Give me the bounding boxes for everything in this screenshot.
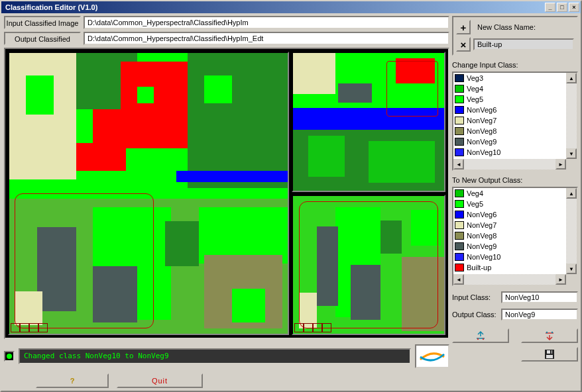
class-swatch xyxy=(455,85,464,93)
class-name: NonVeg6 xyxy=(467,106,496,114)
overview-map xyxy=(293,53,444,191)
maximize-button[interactable]: □ xyxy=(557,3,567,12)
scroll-right-icon[interactable]: ► xyxy=(555,159,566,170)
class-item[interactable]: Veg3 xyxy=(453,73,566,83)
class-name: Built-up xyxy=(467,264,491,271)
class-name: NonVeg7 xyxy=(467,221,496,229)
class-swatch xyxy=(455,117,464,124)
class-swatch xyxy=(455,211,464,219)
class-item[interactable]: NonVeg6 xyxy=(453,105,566,115)
detail-view[interactable] xyxy=(292,195,445,335)
class-swatch xyxy=(455,200,464,208)
class-item[interactable]: NonVeg9 xyxy=(453,241,566,252)
input-list-vscroll[interactable]: ▲▼ xyxy=(566,73,577,159)
class-swatch xyxy=(455,232,464,240)
class-name: NonVeg8 xyxy=(467,232,496,240)
class-swatch xyxy=(455,106,464,114)
main-view[interactable] xyxy=(8,52,289,335)
class-item[interactable]: NonVeg10 xyxy=(453,252,566,262)
close-button[interactable]: × xyxy=(569,3,579,12)
minimize-button[interactable]: _ xyxy=(545,3,555,12)
change-input-class-label: Change Input Class: xyxy=(452,61,578,69)
input-class-list[interactable]: Veg3Veg4Veg5NonVeg6NonVeg7NonVeg8NonVeg9… xyxy=(452,72,578,171)
output-class-label: Output Class: xyxy=(452,311,497,318)
class-item[interactable]: NonVeg8 xyxy=(453,126,566,136)
class-name: NonVeg10 xyxy=(467,148,500,156)
nav-grid-detail[interactable] xyxy=(294,323,331,332)
svg-rect-7 xyxy=(546,355,553,358)
scroll-down-icon[interactable]: ▼ xyxy=(566,264,577,274)
undo-icon xyxy=(544,331,555,340)
new-class-input[interactable]: Built-up xyxy=(473,38,574,50)
class-item[interactable]: NonVeg9 xyxy=(453,136,566,147)
input-list-hscroll[interactable]: ◄► xyxy=(453,159,566,170)
help-icon: ? xyxy=(70,377,75,385)
scroll-down-icon[interactable]: ▼ xyxy=(566,148,577,159)
save-button[interactable] xyxy=(521,347,578,362)
scroll-left-icon[interactable]: ◄ xyxy=(453,274,464,285)
input-image-path[interactable]: D:\data\Common_Hyperspectral\Classified\… xyxy=(84,16,449,29)
class-name: Veg4 xyxy=(467,85,483,93)
class-name: NonVeg9 xyxy=(467,242,496,250)
class-swatch xyxy=(455,242,464,250)
class-name: Veg5 xyxy=(467,200,483,208)
output-class-field[interactable]: NonVeg9 xyxy=(501,309,578,320)
scroll-up-icon[interactable]: ▲ xyxy=(566,73,577,83)
main-classified-map xyxy=(9,53,288,334)
scroll-left-icon[interactable]: ◄ xyxy=(453,159,464,170)
svg-point-2 xyxy=(546,332,548,333)
class-swatch xyxy=(455,264,464,271)
apply-button[interactable] xyxy=(452,328,509,343)
class-name: NonVeg9 xyxy=(467,138,496,146)
class-item[interactable]: Veg5 xyxy=(453,199,566,209)
output-image-path[interactable]: D:\data\Common_Hyperspectral\Classified\… xyxy=(84,32,449,45)
svg-point-0 xyxy=(477,338,479,340)
class-item[interactable]: NonVeg8 xyxy=(453,230,566,241)
quit-button[interactable]: Quit xyxy=(117,373,203,388)
class-name: NonVeg7 xyxy=(467,117,496,124)
new-class-label: New Class Name: xyxy=(473,23,574,31)
add-class-button[interactable]: + xyxy=(456,20,471,34)
class-name: NonVeg8 xyxy=(467,127,496,135)
svg-point-1 xyxy=(483,338,484,340)
input-class-label: Input Class: xyxy=(452,293,497,301)
class-item[interactable]: NonVeg6 xyxy=(453,209,566,220)
class-item[interactable]: NonVeg7 xyxy=(453,220,566,230)
new-class-panel: + New Class Name: × Built-up xyxy=(452,16,578,56)
apply-icon xyxy=(475,331,486,340)
output-class-list[interactable]: Veg4Veg5NonVeg6NonVeg7NonVeg8NonVeg9NonV… xyxy=(452,187,578,286)
class-item[interactable]: Built-up xyxy=(453,262,566,273)
svg-rect-6 xyxy=(550,350,552,354)
undo-button[interactable] xyxy=(521,328,578,343)
scroll-up-icon[interactable]: ▲ xyxy=(566,188,577,199)
help-button[interactable]: ? xyxy=(36,373,109,388)
window-title: Classification Editor (V1.0) xyxy=(3,3,544,11)
floppy-icon xyxy=(544,349,555,360)
class-item[interactable]: NonVeg7 xyxy=(453,115,566,126)
app-window: Classification Editor (V1.0) _ □ × Input… xyxy=(0,0,582,392)
output-image-label: Output Classified Image xyxy=(4,32,81,45)
detail-map xyxy=(293,196,444,334)
class-swatch xyxy=(455,148,464,156)
output-list-hscroll[interactable]: ◄► xyxy=(453,274,566,285)
remove-class-button[interactable]: × xyxy=(456,37,471,52)
class-name: Veg3 xyxy=(467,74,483,82)
status-message: Changed class NonVeg10 to NonVeg9 xyxy=(19,348,411,364)
overview-view[interactable] xyxy=(292,52,445,192)
class-item[interactable]: Veg5 xyxy=(453,94,566,105)
class-item[interactable]: Veg4 xyxy=(453,188,566,199)
class-name: NonVeg6 xyxy=(467,211,496,219)
scroll-right-icon[interactable]: ► xyxy=(555,274,566,285)
input-class-field[interactable]: NonVeg10 xyxy=(501,291,578,303)
input-image-label: Input Classified Image xyxy=(4,16,81,29)
status-led xyxy=(4,351,15,362)
class-item[interactable]: NonVeg10 xyxy=(453,147,566,158)
class-item[interactable]: Veg4 xyxy=(453,83,566,94)
to-output-class-label: To New Output Class: xyxy=(452,176,578,184)
left-pane: Input Classified Image D:\data\Common_Hy… xyxy=(4,16,449,388)
class-name: Veg4 xyxy=(467,189,483,197)
class-swatch xyxy=(455,74,464,82)
output-list-vscroll[interactable]: ▲▼ xyxy=(566,188,577,274)
class-swatch xyxy=(455,138,464,146)
nav-grid-main[interactable] xyxy=(11,323,48,332)
